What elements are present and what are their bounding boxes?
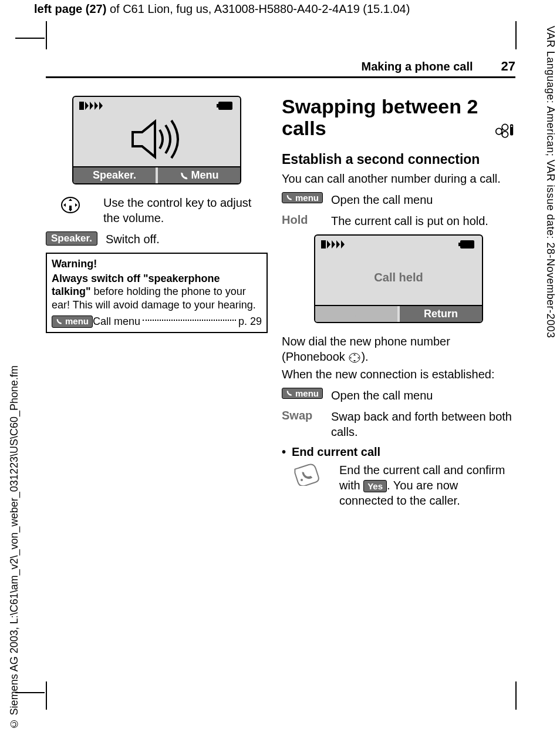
battery-icon bbox=[458, 240, 476, 249]
softkey-right-return: Return bbox=[400, 306, 482, 322]
dial-new-text: Now dial the new phone number (Phonebook… bbox=[282, 334, 515, 364]
menu-softkey-pill: menu bbox=[52, 315, 93, 328]
call-menu-xref: menu Call menu p. 29 bbox=[52, 315, 262, 328]
svg-point-11 bbox=[511, 125, 513, 127]
hold-key-label: Hold bbox=[282, 213, 323, 227]
end-current-call-heading: End current call bbox=[292, 445, 380, 459]
call-icon bbox=[56, 318, 63, 325]
crop-mark bbox=[515, 681, 517, 710]
heading-swap: Swapping between 2 calls bbox=[282, 96, 495, 140]
svg-rect-13 bbox=[460, 240, 474, 249]
svg-point-7 bbox=[502, 131, 508, 137]
heading-establish: Establish a second connection bbox=[282, 152, 515, 167]
call-icon bbox=[180, 171, 189, 180]
warning-title: Warning! bbox=[52, 257, 262, 271]
margin-note-right: VAR Language: American; VAR issue date: … bbox=[544, 26, 556, 338]
swap-calls-icon bbox=[495, 121, 515, 139]
section-title: Making a phone call bbox=[361, 60, 473, 73]
call-icon bbox=[286, 194, 293, 201]
end-call-desc: End the current call and confirm with Ye… bbox=[339, 462, 515, 508]
crop-mark bbox=[46, 681, 47, 710]
hangup-key-icon bbox=[282, 462, 331, 486]
call-held-message: Call held bbox=[315, 251, 482, 305]
menu-softkey-pill: menu bbox=[282, 388, 323, 399]
svg-point-16 bbox=[301, 479, 303, 481]
speaker-softkey-pill: Speaker. bbox=[46, 231, 97, 246]
running-head: Making a phone call 27 bbox=[46, 59, 515, 78]
hold-desc: The current call is put on hold. bbox=[331, 213, 515, 229]
loudspeaker-icon bbox=[129, 117, 184, 162]
page-number: 27 bbox=[501, 59, 515, 74]
margin-note-left: © Siemens AG 2003, L:\C61\am_v2\_von_web… bbox=[8, 365, 21, 730]
prod-header-rest: of C61 Lion, fug us, A31008-H5880-A40-2-… bbox=[106, 2, 410, 15]
crop-mark bbox=[46, 21, 47, 49]
softkey-left: Speaker. bbox=[73, 167, 156, 183]
svg-rect-12 bbox=[321, 240, 326, 249]
signal-icon bbox=[79, 100, 107, 111]
prod-header-bold: left page (27) bbox=[34, 2, 106, 15]
control-key-icon bbox=[46, 195, 95, 215]
open-menu-text: Open the call menu bbox=[331, 192, 515, 207]
bullet-dot: • bbox=[282, 445, 286, 459]
warning-box: Warning! Always switch off "speakerphone… bbox=[46, 253, 268, 333]
volume-hint: Use the control key to adjust the volume… bbox=[103, 195, 268, 226]
svg-rect-0 bbox=[79, 102, 84, 110]
svg-point-6 bbox=[502, 124, 508, 130]
svg-rect-4 bbox=[69, 206, 72, 209]
crop-mark bbox=[15, 38, 45, 39]
speaker-off-hint: Switch off. bbox=[106, 231, 268, 247]
call-icon bbox=[286, 389, 293, 397]
established-text: When the new connection is established: bbox=[282, 367, 515, 382]
control-key-icon bbox=[348, 352, 361, 364]
battery-icon bbox=[217, 101, 234, 110]
signal-icon bbox=[321, 239, 349, 250]
svg-rect-2 bbox=[217, 104, 219, 108]
intro-text: You can call another number during a cal… bbox=[282, 171, 515, 186]
swap-key-label: Swap bbox=[282, 409, 323, 422]
phone-screen-speaker: Speaker. Menu bbox=[72, 96, 241, 184]
crop-mark bbox=[515, 21, 517, 49]
production-header: left page (27) of C61 Lion, fug us, A310… bbox=[34, 2, 410, 16]
svg-rect-14 bbox=[458, 243, 461, 246]
phone-screen-hold: Call held . Return bbox=[314, 234, 483, 323]
menu-softkey-pill: menu bbox=[282, 192, 323, 203]
yes-softkey-pill: Yes bbox=[363, 480, 387, 493]
open-menu-text-2: Open the call menu bbox=[331, 388, 515, 403]
warning-body: Always switch off "speakerphone talking"… bbox=[52, 272, 262, 312]
softkey-left-blank: . bbox=[315, 306, 397, 322]
swap-desc: Swap back and forth between both calls. bbox=[331, 409, 515, 439]
softkey-right: Menu bbox=[158, 167, 240, 183]
svg-rect-1 bbox=[218, 102, 232, 110]
